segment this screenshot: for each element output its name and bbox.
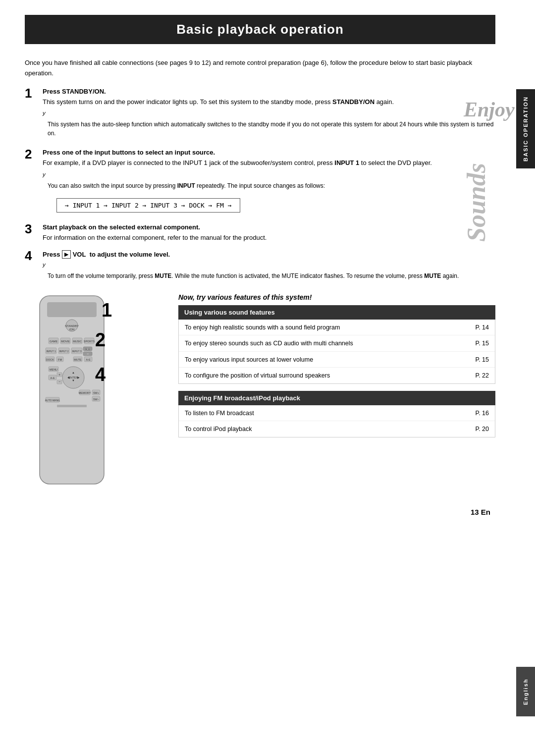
feature-box-sound: Using various sound features To enjoy hi… — [178, 305, 495, 384]
svg-text:SW+: SW+ — [93, 391, 99, 394]
sound-box-title: Using various sound features — [178, 305, 495, 320]
step-number-2: 2 — [25, 148, 39, 161]
step-3-title: Start playback on the selected external … — [43, 223, 495, 231]
step-number-4: 4 — [25, 249, 39, 262]
svg-text:VOL: VOL — [85, 348, 90, 351]
step-2-content: Press one of the input buttons to select… — [43, 149, 495, 216]
remote-area: 1 2 4 STANDBY /ON GAME — [25, 293, 178, 493]
step-1: 1 Press STANDBY/ON. This system turns on… — [25, 88, 495, 142]
step-2-title: Press one of the input buttons to select… — [43, 149, 495, 156]
svg-text:ENTER: ENTER — [68, 376, 79, 379]
remote-number-2: 2 — [95, 330, 106, 349]
svg-rect-54 — [57, 405, 87, 407]
feature-item-3: To configure the position of virtual sur… — [179, 368, 495, 383]
bottom-english-tab: English — [516, 667, 535, 716]
step-4-title: Press ▶ VOL to adjust the volume level. — [43, 250, 495, 259]
step-number-3: 3 — [25, 222, 39, 235]
svg-text:▲: ▲ — [72, 371, 75, 374]
feature-item-3-page: P. 22 — [475, 372, 489, 380]
svg-text:GAME: GAME — [50, 340, 58, 343]
english-label: English — [523, 678, 529, 705]
svg-text:INPUT 3: INPUT 3 — [72, 350, 81, 353]
bottom-section: 1 2 4 STANDBY /ON GAME — [25, 293, 495, 493]
step-3-content: Start playback on the selected external … — [43, 223, 495, 243]
step-2: 2 Press one of the input buttons to sele… — [25, 149, 495, 216]
svg-text:MUTE: MUTE — [74, 358, 82, 361]
sidebar-basic-operation: BASIC OPERATION — [516, 89, 535, 168]
input-flow-diagram: → INPUT 1 → INPUT 2 → INPUT 3 → DOCK → F… — [56, 198, 240, 213]
svg-text:MUSIC: MUSIC — [73, 340, 82, 343]
features-panel: Now, try various features of this system… — [178, 293, 495, 444]
svg-text:FM: FM — [58, 358, 62, 361]
fm-item-0-text: To listen to FM broadcast — [185, 409, 475, 418]
feature-box-fm: Enjoying FM broadcast/iPod playback To l… — [178, 391, 495, 437]
step-4-content: Press ▶ VOL to adjust the volume level. … — [43, 250, 495, 284]
step-number-1: 1 — [25, 87, 39, 100]
svg-text:MEMORY: MEMORY — [79, 391, 91, 394]
feature-item-0: To enjoy high realistic sounds with a so… — [179, 320, 495, 336]
svg-text:SW−: SW− — [93, 398, 99, 401]
step-1-note: This system has the auto-sleep function … — [43, 120, 495, 138]
svg-text:MENU: MENU — [50, 368, 57, 371]
intro-text: Once you have finished all cable connect… — [25, 58, 495, 79]
feature-item-1-text: To enjoy stereo sounds such as CD audio … — [185, 339, 475, 348]
feature-item-3-text: To configure the position of virtual sur… — [185, 372, 475, 380]
feature-item-0-page: P. 14 — [475, 324, 489, 332]
step-2-body: For example, if a DVD player is connecte… — [43, 158, 495, 168]
step-4-note-label: y — [43, 262, 495, 268]
feature-item-2: To enjoy various input sources at lower … — [179, 352, 495, 368]
svg-text:MOVIE: MOVIE — [61, 340, 70, 343]
features-header: Now, try various features of this system… — [178, 293, 495, 301]
page-title: Basic playback operation — [25, 15, 495, 44]
svg-text:▼: ▼ — [72, 379, 75, 382]
svg-text:/ON: /ON — [69, 328, 75, 331]
fm-item-1-text: To control iPod playback — [185, 425, 475, 434]
feature-item-2-page: P. 15 — [475, 356, 489, 365]
fm-item-1-page: P. 20 — [475, 425, 489, 434]
step-1-note-label: y — [43, 110, 495, 116]
step-1-content: Press STANDBY/ON. This system turns on a… — [43, 88, 495, 142]
step-2-note-label: y — [43, 171, 495, 177]
sound-box-items: To enjoy high realistic sounds with a so… — [178, 320, 495, 384]
step-1-body: This system turns on and the power indic… — [43, 97, 495, 108]
svg-rect-1 — [47, 302, 97, 317]
svg-text:DOCK: DOCK — [46, 358, 54, 361]
main-content: Basic playback operation Once you have f… — [25, 0, 515, 516]
remote-number-1: 1 — [102, 301, 112, 320]
sidebar-label: BASIC OPERATION — [523, 96, 529, 162]
svg-text:AUTO MAN/L: AUTO MAN/L — [45, 399, 60, 402]
step-3: 3 Start playback on the selected externa… — [25, 223, 495, 243]
feature-item-1: To enjoy stereo sounds such as CD audio … — [179, 335, 495, 352]
remote-control-image: STANDBY /ON GAME MOVIE MUSIC SPORTS INPU… — [30, 293, 114, 491]
fm-box-title: Enjoying FM broadcast/iPod playback — [178, 391, 495, 405]
svg-text:A-E: A-E — [86, 358, 91, 361]
fm-item-0: To listen to FM broadcast P. 16 — [179, 405, 495, 422]
fm-box-items: To listen to FM broadcast P. 16 To contr… — [178, 405, 495, 437]
svg-text:+: + — [58, 373, 60, 377]
svg-text:A-E: A-E — [50, 377, 55, 379]
feature-item-2-text: To enjoy various input sources at lower … — [185, 356, 475, 365]
feature-item-1-page: P. 15 — [475, 339, 489, 348]
svg-text:STANDBY: STANDBY — [65, 324, 79, 327]
svg-text:−: − — [58, 380, 60, 383]
svg-text:SPORTS: SPORTS — [84, 340, 95, 343]
remote-number-4: 4 — [95, 365, 106, 384]
step-1-title: Press STANDBY/ON. — [43, 88, 495, 95]
step-3-body: For information on the external componen… — [43, 233, 495, 243]
feature-item-0-text: To enjoy high realistic sounds with a so… — [185, 324, 475, 332]
step-4-note: To turn off the volume temporarily, pres… — [43, 271, 495, 280]
step-2-note: You can also switch the input source by … — [43, 181, 495, 190]
fm-item-0-page: P. 16 — [475, 409, 489, 418]
svg-text:INPUT 2: INPUT 2 — [59, 350, 68, 353]
svg-text:INPUT 1: INPUT 1 — [46, 350, 55, 353]
svg-text:−: − — [87, 352, 89, 356]
step-4: 4 Press ▶ VOL to adjust the volume level… — [25, 250, 495, 284]
fm-item-1: To control iPod playback P. 20 — [179, 421, 495, 437]
page-number: 13 En — [25, 508, 495, 516]
page-wrapper: BASIC OPERATION English Basic playback o… — [0, 0, 535, 756]
